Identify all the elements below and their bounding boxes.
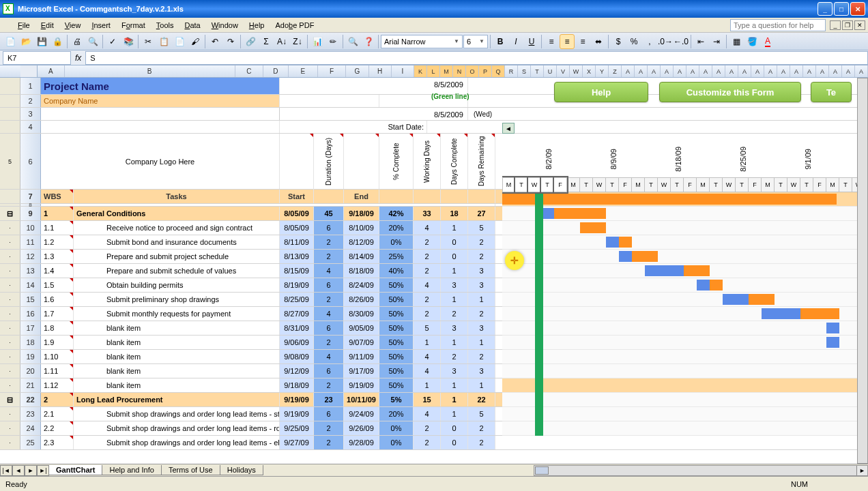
gantt-bar-done-19[interactable] [826, 337, 839, 348]
col-gantt-17[interactable]: A [635, 65, 648, 77]
decrease-indent-icon[interactable]: ⇤ [693, 34, 708, 49]
cell-end-13[interactable]: 8/18/09 [344, 264, 379, 278]
cell-wbs-20[interactable]: 1.11 [41, 364, 74, 378]
cell-pct-17[interactable]: 50% [379, 321, 414, 335]
cell-task-20[interactable]: blank item [74, 364, 280, 378]
print-icon[interactable]: 🖨 [70, 34, 85, 49]
cell-pct-16[interactable]: 50% [379, 307, 414, 321]
tab-nav-last[interactable]: ►| [37, 465, 49, 476]
minimize-button[interactable]: _ [818, 2, 833, 16]
cell-end-25[interactable]: 9/28/09 [344, 436, 379, 449]
cell-end-21[interactable]: 9/19/09 [344, 378, 379, 392]
gantt-bar-remain-17[interactable] [800, 308, 839, 319]
cell-start-13[interactable]: 8/15/09 [280, 264, 314, 278]
col-gantt-1[interactable]: L [427, 65, 440, 77]
col-gantt-11[interactable]: V [557, 65, 570, 77]
cell-dc-25[interactable]: 0 [441, 436, 468, 449]
cell-wbs-11[interactable]: 1.2 [41, 235, 74, 249]
gantt-day-1-3[interactable]: T [606, 177, 619, 192]
cell-end-10[interactable]: 8/10/09 [344, 221, 379, 235]
cell-dur-20[interactable]: 6 [314, 364, 344, 378]
rowhdr-12[interactable]: 12 [20, 250, 41, 263]
col-gantt-8[interactable]: S [518, 65, 531, 77]
permission-icon[interactable]: 🔒 [50, 34, 65, 49]
col-G[interactable]: G [346, 65, 368, 77]
menu-view[interactable]: View [59, 20, 87, 31]
col-gantt-21[interactable]: A [686, 65, 699, 77]
cell-pct-22[interactable]: 5% [379, 393, 414, 406]
col-F[interactable]: F [318, 65, 347, 77]
rowhdr-24[interactable]: 24 [20, 421, 41, 435]
chart-icon[interactable]: 📊 [310, 34, 325, 49]
cell-wbs-17[interactable]: 1.8 [41, 321, 74, 335]
cell-pct-13[interactable]: 40% [379, 264, 414, 278]
cell-end-11[interactable]: 8/12/09 [344, 235, 379, 249]
gantt-day-5-0[interactable]: M [826, 177, 839, 192]
help-button[interactable]: Help [554, 82, 648, 102]
cell-wd-20[interactable]: 4 [414, 364, 441, 378]
cell-wd-25[interactable]: 2 [414, 436, 441, 449]
col-gantt-27[interactable]: A [764, 65, 777, 77]
rowhdr-15[interactable]: 15 [20, 293, 41, 306]
cell-dr-25[interactable]: 2 [468, 436, 495, 449]
cell-dur-14[interactable]: 6 [314, 278, 344, 292]
col-gantt-0[interactable]: K [414, 65, 427, 77]
cell-dr-16[interactable]: 2 [468, 307, 495, 321]
col-gantt-24[interactable]: A [725, 65, 738, 77]
gantt-bar-done-13[interactable] [619, 251, 632, 262]
cell-dr-12[interactable]: 2 [468, 250, 495, 263]
cell-dc-12[interactable]: 0 [441, 250, 468, 263]
cell-dc-21[interactable]: 1 [441, 378, 468, 392]
percent-icon[interactable]: % [626, 34, 641, 49]
gantt-bar-done-15[interactable] [697, 280, 710, 291]
research-icon[interactable]: 📚 [121, 34, 136, 49]
cell-start-15[interactable]: 8/25/09 [280, 293, 314, 306]
gantt-bar-grp-9[interactable] [502, 194, 837, 205]
col-gantt-16[interactable]: A [622, 65, 635, 77]
cell-end-19[interactable]: 9/11/09 [344, 350, 379, 363]
cell-wd-14[interactable]: 4 [414, 278, 441, 292]
cell-wbs-13[interactable]: 1.4 [41, 264, 74, 278]
gantt-bar-remain-12[interactable] [619, 237, 632, 248]
save-icon[interactable]: 💾 [34, 34, 49, 49]
col-E[interactable]: E [289, 65, 318, 77]
hdr-tasks[interactable]: Tasks [74, 190, 280, 203]
cell-wd-9[interactable]: 33 [414, 207, 441, 220]
rowhdr-25[interactable]: 25 [20, 436, 41, 449]
redo-icon[interactable]: ↷ [223, 34, 238, 49]
cell-task-11[interactable]: Submit bond and insurance documents [74, 235, 280, 249]
rowhdr-18[interactable]: 18 [20, 336, 41, 349]
menu-window[interactable]: Window [206, 20, 244, 31]
gantt-bar-remain-11[interactable] [580, 222, 606, 233]
print-preview-icon[interactable]: 🔍 [85, 34, 100, 49]
cell-task-9[interactable]: General Conditions [74, 207, 280, 220]
horizontal-scrollbar[interactable]: ► [534, 465, 868, 476]
open-icon[interactable]: 📂 [18, 34, 33, 49]
cell-dc-16[interactable]: 2 [441, 307, 468, 321]
cell-task-15[interactable]: Submit preliminary shop drawings [74, 293, 280, 306]
cell-pct-11[interactable]: 0% [379, 235, 414, 249]
gantt-day-4-2[interactable]: W [787, 177, 800, 192]
cell-wbs-21[interactable]: 1.12 [41, 378, 74, 392]
cell-task-22[interactable]: Long Lead Procurement [74, 393, 280, 406]
cell-dc-20[interactable]: 3 [441, 364, 468, 378]
col-gantt-2[interactable]: M [440, 65, 453, 77]
project-name-cell[interactable]: Project Name [41, 78, 280, 94]
decrease-decimal-icon[interactable]: ←.0 [674, 34, 689, 49]
cell-pct-20[interactable]: 50% [379, 364, 414, 378]
cell-pct-24[interactable]: 0% [379, 421, 414, 435]
cell-dc-13[interactable]: 1 [441, 264, 468, 278]
cell-start-25[interactable]: 9/27/09 [280, 436, 314, 449]
cell-start-10[interactable]: 8/05/09 [280, 221, 314, 235]
gantt-bar-done-12[interactable] [606, 237, 619, 248]
font-size-selector[interactable]: 6▼ [463, 35, 488, 48]
gantt-day-1-2[interactable]: W [593, 177, 606, 192]
gantt-day-2-3[interactable]: T [671, 177, 684, 192]
cell-wbs-16[interactable]: 1.7 [41, 307, 74, 321]
cell-pct-19[interactable]: 50% [379, 350, 414, 363]
cell-end-24[interactable]: 9/26/09 [344, 421, 379, 435]
gantt-bar-remain-10[interactable] [554, 208, 606, 219]
cell-start-18[interactable]: 9/06/09 [280, 336, 314, 349]
cell-start-16[interactable]: 8/27/09 [280, 307, 314, 321]
currency-icon[interactable]: $ [611, 34, 626, 49]
